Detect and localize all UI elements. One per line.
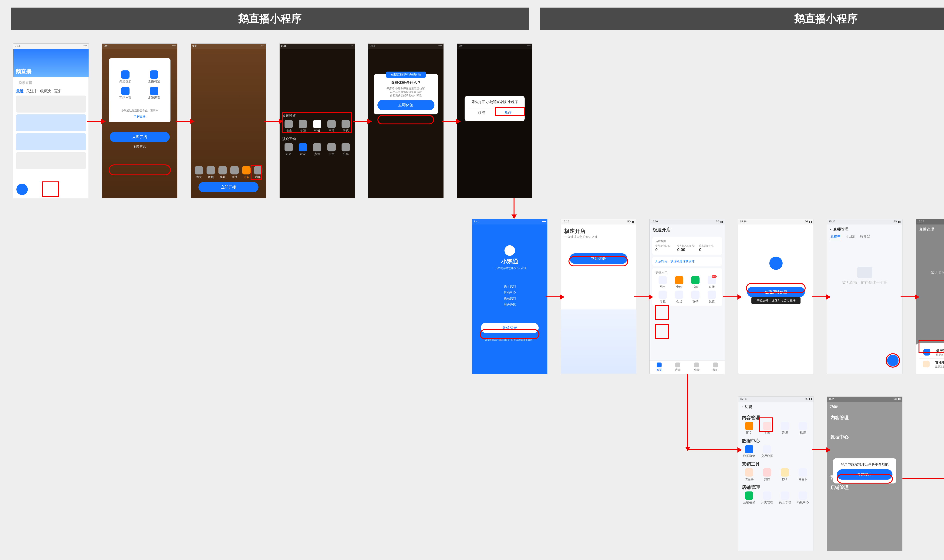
arrow: [442, 121, 459, 122]
try-now-btn[interactable]: 立即体验: [377, 100, 434, 110]
highlight-1: [42, 182, 59, 197]
r2-phone6: 15:265G ▮▮ 直播管理 暂无直播，前往创建一个吧 横屏直播 横屏直播，可…: [916, 219, 944, 374]
tab-1[interactable]: 最近: [16, 89, 24, 94]
status-bar: 15:265G ▮▮: [916, 219, 944, 225]
highlight-login: [480, 329, 540, 339]
page-title: 极速开店: [564, 228, 633, 235]
highlight-landscape: [918, 340, 944, 353]
tabbar[interactable]: 首页 店铺 功能 我的: [650, 360, 725, 374]
learn-more-link[interactable]: 了解更多: [113, 115, 167, 118]
status-bar: 9:41••••: [102, 44, 177, 49]
quick-entry: 快捷入口 图文 音频 视频 new直播 专栏 会员 营销 设置: [652, 268, 722, 306]
top-tabs[interactable]: 最近 关注中 收藏夹 更多: [14, 89, 89, 94]
section-interact: 观众互动: [282, 137, 352, 141]
experience-card: 在鹅直播即可免费体验 直播体验是什么？ 开店后(非即刻开通直播高级功能) 试用高…: [374, 74, 438, 114]
status-bar: 15:265G ▮▮: [561, 219, 636, 225]
arrow: [87, 121, 104, 122]
highlight-quick1: [655, 305, 669, 320]
r2-phone1: 9:41•••• 小鹅通 一分钟搭建您的知识店铺 关于我们 帮助中心 联系我们 …: [472, 219, 547, 374]
guide-link[interactable]: 开店指南，快速搭建你的店铺: [652, 257, 722, 266]
arrow: [901, 297, 918, 297]
status-bar: 15:265G ▮▮: [738, 219, 813, 225]
headline: 高级专属直播，去小鹅通开启了: [113, 103, 167, 108]
feature-modal: 小鹅通直播特性 高清画质 直播稳定 互动丰富 多端观看 高级专属直播，去小鹅通开…: [109, 58, 171, 122]
arrow: [634, 297, 651, 297]
status-bar: 9:41••••: [280, 44, 355, 49]
modal-title: 小鹅通直播特性: [113, 62, 167, 68]
brand-name: 小鹅通: [472, 258, 547, 265]
back-icon[interactable]: ‹: [741, 405, 743, 409]
r2-phone2: 15:265G ▮▮ 极速开店 一分钟搭建您的知识店铺 立即体验: [561, 219, 636, 374]
r1-phone4: 9:41•••• 效果设置 滤镜 美颜 贴纸 画质 屏幕 观众互动 更多 评论 …: [280, 43, 355, 198]
arrow: [353, 121, 370, 122]
r1-phone1: 9:41•••• 鹅直播 搜索直播 最近 关注中 收藏夹 更多: [13, 43, 89, 198]
header-right: 鹅直播小程序: [540, 8, 944, 30]
r1-phone6: 9:41•••• 即将打开"小鹅通商家版"小程序 取消 允许: [457, 43, 532, 198]
highlight-effects: [282, 112, 352, 133]
status-bar: 15:265G ▮▮: [827, 219, 902, 225]
tab-4[interactable]: 更多: [54, 89, 62, 94]
header-left: 鹅直播小程序: [11, 8, 529, 30]
highlight-try: [377, 115, 434, 125]
r2-phone3: 15:265G ▮▮ 极速开店 店铺数据 今日订单数(笔)0 今日收入总额(元)…: [649, 219, 725, 374]
highlight-allow: [495, 107, 525, 116]
highlight-quick2: [655, 324, 669, 339]
fab-live-icon[interactable]: [17, 184, 28, 195]
links: 关于我们 帮助中心 联系我们 用户协议: [472, 283, 547, 308]
status-bar: 15:285G ▮▮: [827, 397, 902, 402]
highlight-fab: [886, 353, 900, 368]
page-title: 功能: [827, 402, 902, 412]
highlight-try: [569, 256, 628, 266]
highlight-copy: [837, 474, 893, 483]
empty-state: 暂无直播，前往创建一个吧: [827, 280, 902, 285]
arrow: [812, 297, 829, 297]
primary-btn[interactable]: 立即开播: [110, 132, 170, 142]
r3-phone2: 15:285G ▮▮ 功能 内容管理 数据中心 登录电脑端管理台体验更多功能 复…: [827, 397, 902, 551]
highlight-live: [759, 417, 773, 432]
cancel-btn[interactable]: 取消: [468, 108, 495, 117]
status-bar: 15:265G ▮▮: [650, 219, 725, 225]
r1-phone3: 9:41•••• 图文 音频 视频 直播 更多 我的 立即开播: [191, 43, 266, 198]
tab-2[interactable]: 关注中: [26, 89, 38, 94]
status-bar: 9:41••••: [368, 44, 443, 49]
app-title: 鹅直播: [14, 49, 89, 77]
toast: 体验店铺，现在即可进行直播: [752, 297, 801, 305]
page-title: 直播管理: [833, 227, 849, 232]
back-icon[interactable]: ‹: [830, 227, 832, 231]
page-title: 功能: [745, 404, 752, 409]
arrow-down: [514, 198, 515, 217]
tab-3[interactable]: 收藏夹: [40, 89, 52, 94]
status-bar: 9:41••••: [472, 219, 547, 225]
secondary-link[interactable]: 稍后再说: [102, 145, 177, 149]
data-board: 店铺数据 今日订单数(笔)0 今日收入总额(元)0.00 待发货订单(笔)0: [652, 237, 722, 255]
r3-phone1: 15:285G ▮▮ ‹功能 内容管理 图文 直播 音频 视频 数据中心 数据概…: [738, 397, 814, 551]
search-input[interactable]: 搜索直播: [16, 79, 86, 87]
r1-phone2: 9:41•••• 小鹅通直播特性 高清画质 直播稳定 互动丰富 多端观看 高级专…: [102, 43, 177, 198]
arrow: [723, 297, 740, 297]
r2-phone4: 15:265G ▮▮ 创建店铺信息 体验店铺，现在即可进行直播: [738, 219, 814, 374]
page-title: 直播管理: [916, 225, 944, 234]
start-live-btn[interactable]: 立即开播: [198, 182, 258, 192]
status-bar: 15:285G ▮▮: [738, 397, 813, 402]
arrow: [264, 121, 281, 122]
more-option[interactable]: 直播更多 竖屏直播，录播等更多形式可前往PC管理台创建: [919, 358, 944, 370]
arrow: [546, 297, 563, 297]
arrow-to-pc: [902, 478, 944, 478]
tab-live[interactable]: 直播中: [830, 234, 841, 240]
arrow-down: [687, 374, 688, 449]
highlight-primary: [109, 165, 171, 175]
r1-phone5: 9:41•••• 在鹅直播即可免费体验 直播体验是什么？ 开店后(非即刻开通直播…: [368, 43, 444, 198]
arrow: [687, 449, 740, 450]
r2-phone5: 15:265G ▮▮ ‹ 直播管理 直播中 可回放 待开始 暂无直播，前往创建一…: [827, 219, 902, 374]
arrow: [175, 121, 192, 122]
status-bar: 9:41••••: [191, 44, 266, 49]
highlight-create: [746, 283, 806, 293]
status-bar: 9:41••••: [14, 44, 89, 49]
list: [14, 94, 89, 171]
arrow: [812, 449, 829, 450]
card-banner: 在鹅直播即可免费体验: [386, 72, 426, 78]
more-icon[interactable]: 更多: [241, 175, 252, 179]
page-title: 极速开店: [650, 225, 725, 235]
highlight-more: [251, 165, 262, 180]
quick-live-icon[interactable]: 直播: [704, 285, 720, 289]
